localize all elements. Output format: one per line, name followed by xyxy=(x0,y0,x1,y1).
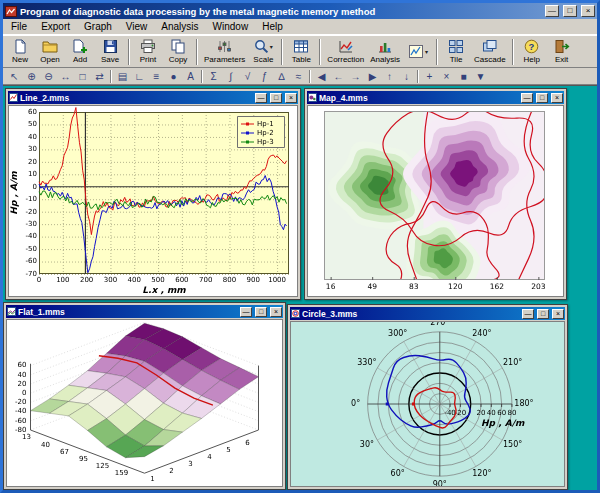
toolbar2-legend-button[interactable]: ≡ xyxy=(148,69,165,84)
map-window-titlebar[interactable]: Map_4.mms — □ × xyxy=(307,91,564,104)
toolbar2-sqrt-button[interactable]: √ xyxy=(239,69,256,84)
toolbar2-smooth-button[interactable]: ≈ xyxy=(290,69,307,84)
toolbar2-markers-button[interactable]: ● xyxy=(165,69,182,84)
circle-window-titlebar[interactable]: Circle_3.mms — □ × xyxy=(290,307,565,320)
toolbar2-zoom-in-button[interactable]: ⊕ xyxy=(23,69,40,84)
flat-chart-area xyxy=(6,319,283,487)
close-button[interactable]: × xyxy=(581,5,595,17)
toolbar-button-scale[interactable]: ▾Scale xyxy=(248,37,278,67)
toolbar-button-correction[interactable]: Correction xyxy=(324,37,367,67)
flat-maximize-button[interactable]: □ xyxy=(255,307,267,317)
toolbar-button-open[interactable]: Open xyxy=(35,37,65,67)
toolbar-button-label: Exit xyxy=(555,55,568,65)
toolbar2-zoom-out-button[interactable]: ⊖ xyxy=(40,69,57,84)
copy-icon xyxy=(170,39,186,55)
circle-maximize-button[interactable]: □ xyxy=(537,309,549,319)
toolbar2-lock-button[interactable]: ■ xyxy=(455,69,472,84)
child-window-map: Map_4.mms — □ × xyxy=(304,88,567,300)
toolbar-button-parameters[interactable]: Parameters xyxy=(201,37,248,67)
flat-close-button[interactable]: × xyxy=(270,307,282,317)
line-maximize-button[interactable]: □ xyxy=(270,93,282,103)
toolbar-button-copy[interactable]: Copy xyxy=(163,37,193,67)
child-window-line: Line_2.mms — □ × xyxy=(5,88,301,300)
circle-window-title: Circle_3.mms xyxy=(302,309,519,319)
analysis-icon xyxy=(377,39,393,55)
menu-graph[interactable]: Graph xyxy=(77,20,119,33)
map-close-button[interactable]: × xyxy=(551,93,563,103)
toolbar-button-tile[interactable]: Tile xyxy=(441,37,471,67)
titlebar[interactable]: Program of diagnostic data processing by… xyxy=(3,3,597,19)
flat-minimize-button[interactable]: — xyxy=(240,307,252,317)
toolbar-button-save[interactable]: Save xyxy=(95,37,125,67)
polar-chart-canvas[interactable] xyxy=(291,322,564,486)
line-window-title: Line_2.mms xyxy=(20,93,252,103)
toolbar-button-new[interactable]: New xyxy=(5,37,35,67)
flat-window-titlebar[interactable]: Flat_1.mms — □ × xyxy=(6,305,283,318)
toolbar2-down-button[interactable]: ↓ xyxy=(398,69,415,84)
line-close-button[interactable]: × xyxy=(285,93,297,103)
map-graph-window-icon xyxy=(308,93,317,102)
toolbar-button-add[interactable]: Add xyxy=(65,37,95,67)
scale-icon: ▾ xyxy=(254,39,273,55)
mdi-area: Line_2.mms — □ × Map_4.mms — □ × xyxy=(3,85,597,490)
toolbar-button-label: Parameters xyxy=(204,55,245,65)
toolbar-button-chart[interactable]: ▾ xyxy=(403,37,433,67)
toolbar2-first-button[interactable]: ◀ xyxy=(313,69,330,84)
toolbar2-delta-button[interactable]: ∆ xyxy=(273,69,290,84)
toolbar-button-table[interactable]: Table xyxy=(286,37,316,67)
toolbar-separator xyxy=(196,39,198,65)
toolbar-separator xyxy=(309,70,311,83)
menu-export[interactable]: Export xyxy=(34,20,77,33)
toolbar2-dropdown-button[interactable]: ▼ xyxy=(472,69,489,84)
menu-view[interactable]: View xyxy=(119,20,155,33)
toolbar2-up-button[interactable]: ↑ xyxy=(381,69,398,84)
toolbar-button-cascade[interactable]: Cascade xyxy=(471,37,509,67)
open-folder-icon xyxy=(42,39,58,55)
flat-window-title: Flat_1.mms xyxy=(18,307,237,317)
toolbar2-last-button[interactable]: ▶ xyxy=(364,69,381,84)
toolbar2-add-window-button[interactable]: + xyxy=(421,69,438,84)
toolbar-separator xyxy=(512,39,514,65)
menu-window[interactable]: Window xyxy=(206,20,256,33)
toolbar2-labels-button[interactable]: A xyxy=(182,69,199,84)
toolbar-button-exit[interactable]: Exit xyxy=(547,37,577,67)
toolbar2-grid-button[interactable]: ▤ xyxy=(114,69,131,84)
toolbar2-function-button[interactable]: ƒ xyxy=(256,69,273,84)
add-file-icon xyxy=(72,39,88,55)
map-chart-canvas[interactable] xyxy=(308,106,563,296)
app-icon xyxy=(5,6,17,17)
menu-file[interactable]: File xyxy=(4,20,34,33)
toolbar2-close-window-button[interactable]: × xyxy=(438,69,455,84)
toolbar2-prev-button[interactable]: ← xyxy=(330,69,347,84)
circle-minimize-button[interactable]: — xyxy=(522,309,534,319)
toolbar2-next-button[interactable]: → xyxy=(347,69,364,84)
line-chart-canvas[interactable] xyxy=(9,106,297,296)
maximize-button[interactable]: □ xyxy=(563,5,577,17)
surface-chart-canvas[interactable] xyxy=(7,320,282,486)
map-maximize-button[interactable]: □ xyxy=(536,93,548,103)
toolbar2-integral-button[interactable]: ∫ xyxy=(222,69,239,84)
line-minimize-button[interactable]: — xyxy=(255,93,267,103)
toolbar2-pan-button[interactable]: ↔ xyxy=(57,69,74,84)
toolbar-button-help[interactable]: ?Help xyxy=(517,37,547,67)
map-minimize-button[interactable]: — xyxy=(521,93,533,103)
toolbar2-statistics-button[interactable]: Σ xyxy=(205,69,222,84)
toolbar2-zoom-window-button[interactable]: □ xyxy=(74,69,91,84)
toolbar2-axes-button[interactable]: ∟ xyxy=(131,69,148,84)
toolbar-button-label: Help xyxy=(523,55,539,65)
cascade-icon xyxy=(482,39,498,55)
exit-icon xyxy=(554,39,570,55)
menu-analysis[interactable]: Analysis xyxy=(154,20,205,33)
toolbar2-cursor-button[interactable]: ↖ xyxy=(6,69,23,84)
toolbar2-swap-axes-button[interactable]: ⇄ xyxy=(91,69,108,84)
line-window-titlebar[interactable]: Line_2.mms — □ × xyxy=(8,91,298,104)
menu-help[interactable]: Help xyxy=(255,20,290,33)
line-chart-area xyxy=(8,105,298,297)
new-document-icon xyxy=(13,39,28,55)
minimize-button[interactable]: — xyxy=(545,5,559,17)
toolbar-button-label: Save xyxy=(101,55,119,65)
toolbar-separator xyxy=(417,70,419,83)
toolbar-button-print[interactable]: Print xyxy=(133,37,163,67)
circle-close-button[interactable]: × xyxy=(552,309,564,319)
toolbar-button-analysis[interactable]: Analysis xyxy=(367,37,403,67)
